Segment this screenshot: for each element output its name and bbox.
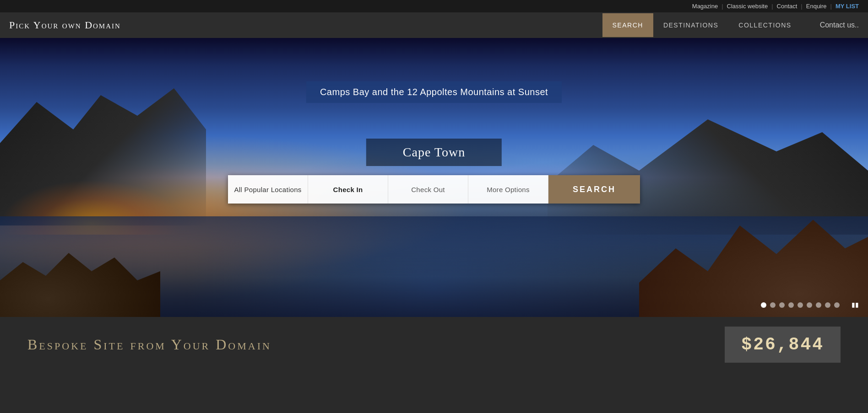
navbar: Pick Your own Domain SEARCH DESTINATIONS… xyxy=(0,12,868,38)
site-logo: Pick Your own Domain xyxy=(9,19,602,31)
nav-collections[interactable]: COLLECTIONS xyxy=(728,13,801,37)
checkout-field[interactable]: Check Out xyxy=(388,175,468,204)
pause-button[interactable]: ▮▮ xyxy=(845,301,859,309)
dot-6[interactable] xyxy=(807,302,812,308)
footer-section: Bespoke Site from Your Domain $26,844 xyxy=(0,317,868,372)
hero-caption: Camps Bay and the 12 Appoltes Mountains … xyxy=(306,81,562,103)
magazine-link[interactable]: Magazine xyxy=(692,3,718,10)
dot-2[interactable] xyxy=(770,302,776,308)
dot-5[interactable] xyxy=(797,302,803,308)
sep1: | xyxy=(722,3,723,10)
sep3: | xyxy=(801,3,802,10)
hero-location: Cape Town xyxy=(366,139,502,166)
classic-website-link[interactable]: Classic website xyxy=(727,3,768,10)
enquire-link[interactable]: Enquire xyxy=(806,3,827,10)
dot-1[interactable] xyxy=(761,302,766,308)
contact-link[interactable]: Contact xyxy=(777,3,797,10)
hero-section: Camps Bay and the 12 Appoltes Mountains … xyxy=(0,38,868,317)
dot-3[interactable] xyxy=(779,302,785,308)
dot-7[interactable] xyxy=(816,302,821,308)
mylist-link[interactable]: MY LIST xyxy=(835,3,859,10)
nav-contact[interactable]: Contact us.. xyxy=(802,21,859,29)
nav-destinations[interactable]: DESTINATIONS xyxy=(653,13,728,37)
nav-links: SEARCH DESTINATIONS COLLECTIONS xyxy=(602,13,802,37)
nav-search[interactable]: SEARCH xyxy=(602,13,653,37)
location-field[interactable]: All Popular Locations xyxy=(228,175,308,204)
checkin-field[interactable]: Check In xyxy=(308,175,388,204)
options-field[interactable]: More Options xyxy=(468,175,548,204)
dot-4[interactable] xyxy=(788,302,794,308)
dot-8[interactable] xyxy=(825,302,830,308)
top-bar: Magazine | Classic website | Contact | E… xyxy=(0,0,868,12)
sep2: | xyxy=(771,3,773,10)
search-bar: All Popular Locations Check In Check Out… xyxy=(228,175,640,204)
sep4: | xyxy=(830,3,832,10)
search-button[interactable]: SEARCH xyxy=(548,175,640,204)
footer-tagline: Bespoke Site from Your Domain xyxy=(27,336,271,353)
dot-9[interactable] xyxy=(834,302,840,308)
footer-price: $26,844 xyxy=(725,327,841,363)
slider-dots: ▮▮ xyxy=(761,301,859,309)
